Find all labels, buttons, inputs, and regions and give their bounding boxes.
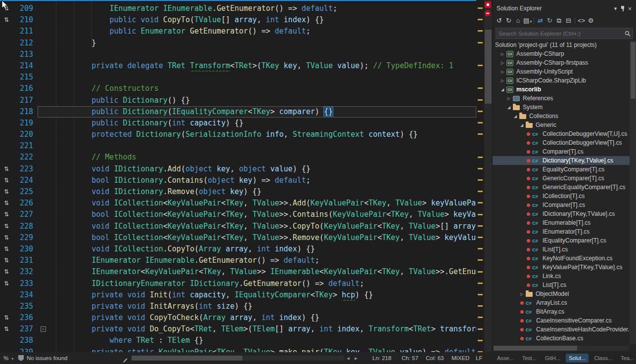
line-number[interactable]: 230 xyxy=(13,243,38,255)
fold-marker[interactable]: − xyxy=(41,326,46,332)
panel-tab[interactable]: Asse... xyxy=(494,354,517,363)
code-line-225[interactable]: ⇅225 void IDictionary.Remove(object key)… xyxy=(0,186,476,198)
updown-arrows-icon[interactable]: ⇅ xyxy=(0,255,13,266)
updown-arrows-icon[interactable]: ⇅ xyxy=(0,232,13,243)
updown-arrows-icon[interactable]: ⇅ xyxy=(0,186,13,198)
panel-tab[interactable]: Solut... xyxy=(566,354,589,363)
line-number[interactable]: 232 xyxy=(13,266,38,278)
line-number[interactable]: 215 xyxy=(13,72,38,83)
code-line-210[interactable]: ⇅210 public void CopyTo(TValue[] array, … xyxy=(0,14,476,26)
tree-item[interactable]: C#IEqualityComparer[T].cs xyxy=(493,236,630,245)
line-number[interactable]: 216 xyxy=(13,83,38,94)
code-line-219[interactable]: 219 public Dictionary(int capacity) {} xyxy=(0,118,476,129)
tree-item[interactable]: C#ICollection[T].cs xyxy=(493,192,630,201)
code-line-222[interactable]: 222 // Methods xyxy=(0,152,476,163)
line-number[interactable]: 212 xyxy=(13,38,38,49)
line-number[interactable]: 233 xyxy=(13,278,38,289)
tree-item[interactable]: ◢Collections xyxy=(493,112,630,121)
tree-item[interactable]: C#EqualityComparer[T].cs xyxy=(493,165,630,174)
tree-item[interactable]: C#Dictionary[TKey,TValue].cs xyxy=(493,156,630,165)
se-hscroll-thumb[interactable] xyxy=(494,346,577,351)
line-number[interactable]: 214 xyxy=(13,60,38,72)
refresh-icon[interactable]: ↻ xyxy=(545,16,554,25)
tree-item[interactable]: ▷C#Assembly-UnityScript xyxy=(493,67,630,76)
code-line-229[interactable]: ⇅229 bool ICollection<KeyValuePair<TKey,… xyxy=(0,232,476,243)
code-line-238[interactable]: 238 where TRet : TElem {} xyxy=(0,335,476,346)
updown-arrows-icon[interactable]: ⇅ xyxy=(0,266,13,278)
code-line-217[interactable]: 217 public Dictionary() {} xyxy=(0,95,476,106)
tree-item[interactable]: C#CaseInsensitiveHashCodeProvider.cs xyxy=(493,325,630,334)
tree-item[interactable]: C#KeyValuePair[TKey,TValue].cs xyxy=(493,263,630,272)
code-line-221[interactable]: 221 xyxy=(0,140,476,152)
line-number[interactable]: 223 xyxy=(13,163,38,175)
tree-item[interactable]: ▷References xyxy=(493,94,630,103)
line-number[interactable]: 225 xyxy=(13,186,38,198)
code-line-235[interactable]: 235 private void InitArrays(int size) {} xyxy=(0,301,476,312)
nest-files-icon[interactable]: ⧉ xyxy=(554,16,564,25)
tree-item[interactable]: ◢System xyxy=(493,103,630,112)
se-vscroll-track[interactable] xyxy=(630,40,636,344)
tree-item[interactable]: Solution 'project-gui' (11 of 11 project… xyxy=(493,40,630,49)
updown-arrows-icon[interactable]: ⇅ xyxy=(0,278,13,289)
tree-item[interactable]: C#CollectionBase.cs xyxy=(493,334,630,343)
line-number[interactable]: 222 xyxy=(13,152,38,163)
code-line-223[interactable]: ⇅223 void IDictionary.Add(object key, ob… xyxy=(0,163,476,175)
line-number[interactable]: 211 xyxy=(13,26,38,37)
line-number[interactable]: 217 xyxy=(13,95,38,106)
chevron-expanded-icon[interactable]: ◢ xyxy=(514,114,519,119)
line-number[interactable]: 220 xyxy=(13,129,38,140)
line-number[interactable]: 236 xyxy=(13,312,38,324)
line-number[interactable]: 224 xyxy=(13,175,38,186)
editor-hscroll-track[interactable] xyxy=(132,356,344,361)
tree-item[interactable]: C#IList[T].cs xyxy=(493,245,630,254)
navigate-back-icon[interactable]: ↺ xyxy=(495,16,504,25)
line-number[interactable]: 209 xyxy=(13,3,38,14)
updown-arrows-icon[interactable]: ⇅ xyxy=(0,198,13,209)
tree-item[interactable]: ▷C#Assembly-CSharp xyxy=(493,49,630,58)
code-line-220[interactable]: 220 protected Dictionary(SerializationIn… xyxy=(0,129,476,140)
code-line-214[interactable]: 214 private delegate TRet Transform<TRet… xyxy=(0,60,476,72)
line-number[interactable]: 238 xyxy=(13,335,38,346)
panel-tab[interactable]: Test... xyxy=(519,354,540,363)
code-line-209[interactable]: ⇅209 IEnumerator IEnumerable.GetEnumerat… xyxy=(0,3,476,14)
code-line-234[interactable]: 234 private void Init(int capacity, IEqu… xyxy=(0,289,476,301)
code-line-231[interactable]: ⇅231 IEnumerator IEnumerable.GetEnumerat… xyxy=(0,255,476,266)
line-number[interactable]: 226 xyxy=(13,198,38,209)
chevron-expanded-icon[interactable]: ◢ xyxy=(507,105,513,110)
chevron-collapsed-icon[interactable]: ▷ xyxy=(520,292,526,296)
updown-arrows-icon[interactable]: ⇅ xyxy=(0,14,13,26)
updown-arrows-icon[interactable]: ⇅ xyxy=(0,221,13,232)
updown-arrows-icon[interactable]: ⇅ xyxy=(0,312,13,324)
tree-item[interactable]: C#KeyNotFoundException.cs xyxy=(493,254,630,263)
code-line-224[interactable]: ⇅224 bool IDictionary.Contains(object ke… xyxy=(0,175,476,186)
chevron-collapsed-icon[interactable]: ▷ xyxy=(501,61,506,65)
zoom-control[interactable]: %▾ xyxy=(3,352,13,364)
code-line-213[interactable]: 213 xyxy=(0,49,476,60)
tree-item[interactable]: ▷C#Assembly-CSharp-firstpass xyxy=(493,58,630,67)
panel-tab[interactable]: Tea... xyxy=(618,354,636,363)
line-number[interactable]: 231 xyxy=(13,255,38,266)
tree-item[interactable]: ◢Generic xyxy=(493,121,630,129)
tree-item[interactable]: ◢C#mscorlib xyxy=(493,85,630,94)
home-icon[interactable]: ⌂ xyxy=(513,16,523,25)
code-line-227[interactable]: ⇅227 bool ICollection<KeyValuePair<TKey,… xyxy=(0,209,476,220)
line-number[interactable]: 239 xyxy=(13,347,38,352)
switch-views-icon[interactable]: ▤▾ xyxy=(523,16,532,25)
tree-item[interactable]: C#IEnumerator[T].cs xyxy=(493,227,630,236)
search-icon[interactable] xyxy=(625,31,631,37)
view-code-icon[interactable]: <> xyxy=(577,16,586,25)
line-number[interactable]: 228 xyxy=(13,221,38,232)
collapse-all-icon[interactable]: ⊟ xyxy=(564,16,573,25)
line-number[interactable]: 234 xyxy=(13,289,38,301)
properties-icon[interactable]: ⚙ xyxy=(586,16,595,25)
navigate-forward-icon[interactable]: ↻ xyxy=(504,16,513,25)
tree-item[interactable]: C#IComparer[T].cs xyxy=(493,201,630,209)
error-indicator-icon[interactable] xyxy=(485,1,491,8)
pin-icon[interactable] xyxy=(620,5,626,12)
tree-item[interactable]: C#BitArray.cs xyxy=(493,307,630,316)
tree-item[interactable]: C#Comparer[T].cs xyxy=(493,147,630,156)
code-line-226[interactable]: ⇅226 void ICollection<KeyValuePair<TKey,… xyxy=(0,198,476,209)
chevron-expanded-icon[interactable]: ◢ xyxy=(501,87,506,92)
chevron-collapsed-icon[interactable]: ▷ xyxy=(501,52,506,56)
tree-item[interactable]: ▷C#ICSharpCode.SharpZipLib xyxy=(493,76,630,85)
